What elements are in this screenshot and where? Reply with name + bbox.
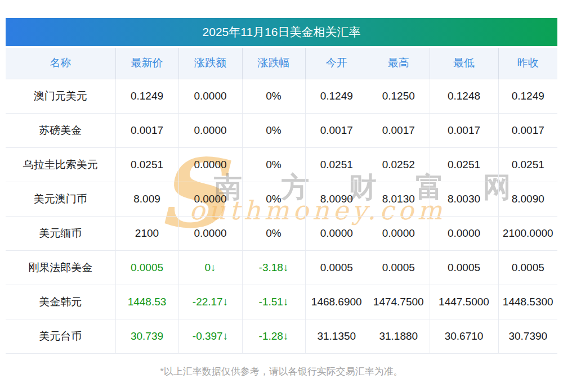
high-price: 1474.7500 bbox=[368, 285, 430, 319]
low-price: 1447.5000 bbox=[430, 285, 498, 319]
col-header-low: 最低 bbox=[430, 48, 498, 79]
change-percent: 0% bbox=[242, 182, 305, 216]
high-price: 0.1250 bbox=[368, 79, 430, 113]
table-row: 乌拉圭比索美元 0.0251 0.0000 0% 0.0251 0.0252 0… bbox=[6, 147, 557, 182]
open-price: 0.0005 bbox=[305, 250, 368, 285]
rates-table: 名称 最新价 涨跌额 涨跌幅 今开 最高 最低 昨收 澳门元美元 0.1249 … bbox=[6, 48, 557, 354]
open-price: 8.0090 bbox=[305, 182, 368, 216]
table-row: 美元澳门币 8.009 0.0000 0% 8.0090 8.0130 8.00… bbox=[6, 182, 557, 216]
prev-close: 2100.0000 bbox=[498, 216, 557, 250]
low-price: 8.0030 bbox=[430, 182, 498, 216]
open-price: 0.1249 bbox=[305, 79, 368, 113]
table-row: 澳门元美元 0.1249 0.0000 0% 0.1249 0.1250 0.1… bbox=[6, 79, 557, 113]
open-price: 0.0000 bbox=[305, 216, 368, 250]
high-price: 0.0005 bbox=[368, 250, 430, 285]
low-price: 0.0005 bbox=[430, 250, 498, 285]
change-percent: 0% bbox=[242, 113, 305, 147]
currency-pair-name: 澳门元美元 bbox=[6, 79, 115, 113]
change-amount: -22.17↓ bbox=[178, 285, 242, 319]
high-price: 0.0000 bbox=[368, 216, 430, 250]
high-price: 0.0252 bbox=[368, 147, 430, 182]
currency-pair-name: 美金韩元 bbox=[6, 285, 115, 319]
change-percent: -1.28↓ bbox=[242, 319, 305, 353]
disclaimer-note: *以上汇率数据仅供参考，请以各银行实际交易汇率为准。 bbox=[0, 365, 563, 378]
change-amount: 0.0000 bbox=[178, 147, 242, 182]
latest-price: 0.0005 bbox=[115, 250, 178, 285]
prev-close: 0.1249 bbox=[498, 79, 557, 113]
prev-close: 0.0017 bbox=[498, 113, 557, 147]
prev-close: 8.0090 bbox=[498, 182, 557, 216]
high-price: 8.0130 bbox=[368, 182, 430, 216]
table-row: 美元缅币 2100 0.0000 0% 0.0000 0.0000 0.0000… bbox=[6, 216, 557, 250]
change-percent: -3.18↓ bbox=[242, 250, 305, 285]
change-amount: -0.397↓ bbox=[178, 319, 242, 353]
low-price: 0.0017 bbox=[430, 113, 498, 147]
low-price: 30.6710 bbox=[430, 319, 498, 353]
open-price: 0.0017 bbox=[305, 113, 368, 147]
col-header-high: 最高 bbox=[368, 48, 430, 79]
latest-price: 8.009 bbox=[115, 182, 178, 216]
low-price: 0.0000 bbox=[430, 216, 498, 250]
latest-price: 30.739 bbox=[115, 319, 178, 353]
currency-pair-name: 刚果法郎美金 bbox=[6, 250, 115, 285]
latest-price: 0.1249 bbox=[115, 79, 178, 113]
prev-close: 0.0005 bbox=[498, 250, 557, 285]
change-amount: 0.0000 bbox=[178, 113, 242, 147]
latest-price: 2100 bbox=[115, 216, 178, 250]
header-row: 名称 最新价 涨跌额 涨跌幅 今开 最高 最低 昨收 bbox=[6, 48, 557, 79]
col-header-prev-close: 昨收 bbox=[498, 48, 557, 79]
currency-pair-name: 美元台币 bbox=[6, 319, 115, 353]
currency-pair-name: 美元缅币 bbox=[6, 216, 115, 250]
change-amount: 0.0000 bbox=[178, 216, 242, 250]
table-row: 苏磅美金 0.0017 0.0000 0% 0.0017 0.0017 0.00… bbox=[6, 113, 557, 147]
high-price: 0.0017 bbox=[368, 113, 430, 147]
table-row: 美元台币 30.739 -0.397↓ -1.28↓ 31.1350 31.18… bbox=[6, 319, 557, 353]
table-title: 2025年11月16日美金相关汇率 bbox=[6, 18, 557, 46]
change-percent: -1.51↓ bbox=[242, 285, 305, 319]
low-price: 0.1248 bbox=[430, 79, 498, 113]
change-amount: 0.0000 bbox=[178, 182, 242, 216]
latest-price: 0.0017 bbox=[115, 113, 178, 147]
col-header-open: 今开 bbox=[305, 48, 368, 79]
prev-close: 0.0251 bbox=[498, 147, 557, 182]
table-row: 美金韩元 1448.53 -22.17↓ -1.51↓ 1468.6900 14… bbox=[6, 285, 557, 319]
col-header-latest: 最新价 bbox=[115, 48, 178, 79]
change-percent: 0% bbox=[242, 216, 305, 250]
latest-price: 0.0251 bbox=[115, 147, 178, 182]
exchange-rate-table-card: 2025年11月16日美金相关汇率 名称 最新价 涨跌额 涨跌幅 今开 最高 最… bbox=[6, 18, 557, 354]
change-percent: 0% bbox=[242, 147, 305, 182]
open-price: 0.0251 bbox=[305, 147, 368, 182]
prev-close: 30.7390 bbox=[498, 319, 557, 353]
currency-pair-name: 苏磅美金 bbox=[6, 113, 115, 147]
exchange-rate-page: S 南 方 财 富 网 outhmoney.com 2025年11月16日美金相… bbox=[0, 0, 563, 392]
change-percent: 0% bbox=[242, 79, 305, 113]
low-price: 0.0251 bbox=[430, 147, 498, 182]
currency-pair-name: 美元澳门币 bbox=[6, 182, 115, 216]
latest-price: 1448.53 bbox=[115, 285, 178, 319]
currency-pair-name: 乌拉圭比索美元 bbox=[6, 147, 115, 182]
col-header-change: 涨跌额 bbox=[178, 48, 242, 79]
table-row: 刚果法郎美金 0.0005 0↓ -3.18↓ 0.0005 0.0005 0.… bbox=[6, 250, 557, 285]
col-header-name: 名称 bbox=[6, 48, 115, 79]
prev-close: 1448.5300 bbox=[498, 285, 557, 319]
change-amount: 0.0000 bbox=[178, 79, 242, 113]
open-price: 1468.6900 bbox=[305, 285, 368, 319]
change-amount: 0↓ bbox=[178, 250, 242, 285]
open-price: 31.1350 bbox=[305, 319, 368, 353]
high-price: 31.1880 bbox=[368, 319, 430, 353]
col-header-change-pct: 涨跌幅 bbox=[242, 48, 305, 79]
